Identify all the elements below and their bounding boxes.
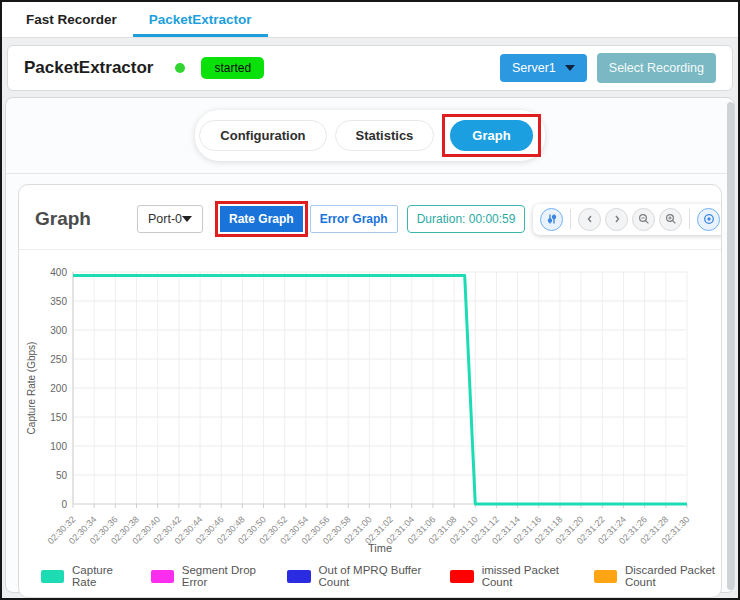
- app-window: Fast Recorder PacketExtractor PacketExtr…: [0, 0, 740, 600]
- chevron-left-icon[interactable]: [578, 208, 601, 231]
- zoom-out-icon[interactable]: [632, 208, 655, 231]
- svg-text:250: 250: [50, 354, 67, 365]
- rate-chart[interactable]: 02:30:3202:30:3402:30:3602:30:3802:30:40…: [25, 258, 701, 558]
- chevron-down-icon: [182, 216, 192, 222]
- error-graph-button[interactable]: Error Graph: [310, 205, 398, 233]
- legend-swatch: [594, 570, 617, 583]
- content-panel: Configuration Statistics Graph Graph Por…: [5, 97, 735, 593]
- chart-legend: Capture RateSegment Drop ErrorOut of MPR…: [41, 564, 721, 588]
- chart-control-toolbar: [533, 204, 722, 235]
- server-dropdown-label: Server1: [512, 61, 556, 75]
- graph-panel: Graph Port-0 Rate Graph Error Graph Dura…: [18, 184, 722, 598]
- divider: [689, 209, 690, 229]
- tab-fast-recorder[interactable]: Fast Recorder: [10, 2, 133, 37]
- svg-text:350: 350: [50, 296, 67, 307]
- top-tab-bar: Fast Recorder PacketExtractor: [2, 2, 738, 38]
- legend-swatch: [41, 570, 64, 583]
- legend-label: Segment Drop Error: [182, 564, 262, 588]
- tab-label: PacketExtractor: [149, 12, 252, 27]
- sliders-icon[interactable]: [540, 208, 563, 231]
- svg-text:50: 50: [56, 470, 68, 481]
- header-actions: Server1 Select Recording: [500, 53, 716, 83]
- duration-display: Duration: 00:00:59: [407, 205, 526, 233]
- chart-area: 02:30:3202:30:3402:30:3602:30:3802:30:40…: [19, 250, 721, 562]
- legend-item[interactable]: imissed Packet Count: [450, 564, 567, 588]
- svg-text:0: 0: [61, 499, 67, 510]
- view-tab-row: Configuration Statistics Graph: [6, 98, 734, 161]
- svg-text:200: 200: [50, 383, 67, 394]
- zoom-in-icon[interactable]: [659, 208, 682, 231]
- legend-label: Discarded Packet Count: [625, 564, 721, 588]
- annotation-box-graph-tab: Graph: [442, 114, 540, 157]
- annotation-box-rate-graph: Rate Graph: [215, 201, 308, 237]
- page-title: PacketExtractor: [24, 58, 153, 78]
- tab-graph[interactable]: Graph: [450, 120, 532, 151]
- legend-item[interactable]: Segment Drop Error: [151, 564, 262, 588]
- vertical-scrollbar[interactable]: [727, 102, 734, 590]
- rate-graph-button[interactable]: Rate Graph: [220, 206, 303, 232]
- legend-item[interactable]: Discarded Packet Count: [594, 564, 721, 588]
- page-header: PacketExtractor started Server1 Select R…: [7, 45, 733, 91]
- legend-label: Capture Rate: [72, 564, 125, 588]
- tab-statistics[interactable]: Statistics: [335, 120, 435, 151]
- svg-text:Time: Time: [368, 542, 392, 554]
- chevron-down-icon: [565, 65, 575, 71]
- legend-label: Out of MPRQ Buffer Count: [319, 564, 425, 588]
- svg-text:400: 400: [50, 267, 67, 278]
- svg-text:Capture Rate (Gbps): Capture Rate (Gbps): [26, 342, 37, 435]
- legend-swatch: [450, 570, 473, 583]
- select-recording-button[interactable]: Select Recording: [597, 53, 716, 83]
- legend-label: imissed Packet Count: [482, 564, 568, 588]
- svg-text:150: 150: [50, 412, 67, 423]
- chevron-right-icon[interactable]: [605, 208, 628, 231]
- view-tab-group: Configuration Statistics Graph: [195, 110, 544, 161]
- svg-text:300: 300: [50, 325, 67, 336]
- tab-label: Fast Recorder: [26, 12, 117, 27]
- svg-text:100: 100: [50, 441, 67, 452]
- status-badge: started: [201, 57, 264, 79]
- divider: [570, 209, 571, 229]
- legend-swatch: [287, 570, 310, 583]
- legend-item[interactable]: Out of MPRQ Buffer Count: [287, 564, 424, 588]
- port-select-value: Port-0: [148, 212, 182, 226]
- target-icon[interactable]: [697, 208, 720, 231]
- tab-packet-extractor[interactable]: PacketExtractor: [133, 2, 268, 37]
- dot-icon: [175, 63, 185, 73]
- port-select[interactable]: Port-0: [137, 205, 203, 233]
- legend-swatch: [151, 570, 174, 583]
- graph-panel-title: Graph: [35, 208, 91, 230]
- tab-configuration[interactable]: Configuration: [199, 120, 326, 151]
- graph-toolbar: Graph Port-0 Rate Graph Error Graph Dura…: [19, 185, 721, 250]
- legend-item[interactable]: Capture Rate: [41, 564, 125, 588]
- divider: [6, 173, 734, 174]
- server-dropdown[interactable]: Server1: [500, 54, 587, 82]
